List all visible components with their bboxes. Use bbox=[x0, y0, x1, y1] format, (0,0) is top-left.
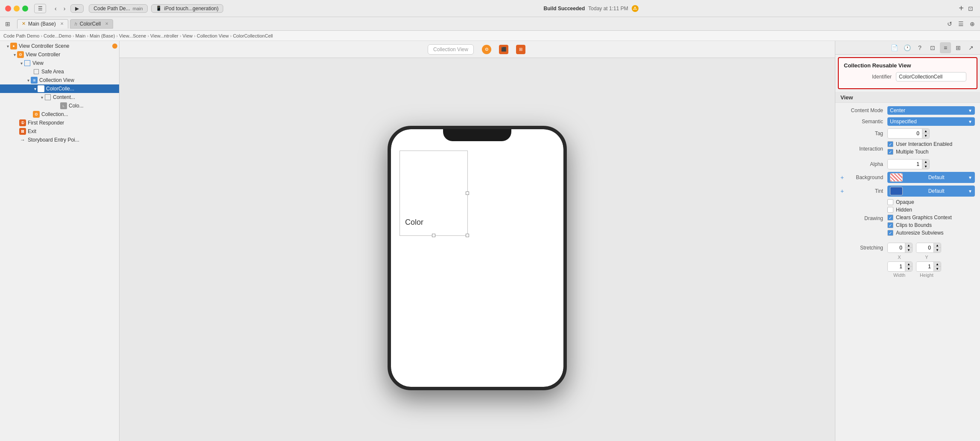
background-select[interactable]: Default ▼ bbox=[887, 172, 975, 183]
stretch-height-stepper[interactable]: ▲ ▼ bbox=[916, 261, 941, 272]
breadcrumb-item-9[interactable]: ColorCollectionCell bbox=[233, 33, 273, 38]
sidebar-item-color-celle[interactable]: ▾ ⊞ ColorColle... bbox=[0, 84, 119, 93]
stretch-x-decrement[interactable]: ▼ bbox=[905, 248, 912, 252]
breadcrumb-item-2[interactable]: Code...Demo bbox=[44, 33, 71, 38]
sidebar-item-collection-view[interactable]: ▾ ⊞ Collection View bbox=[0, 76, 119, 84]
minimize-button[interactable] bbox=[14, 6, 20, 12]
tag-label: Tag bbox=[840, 131, 887, 136]
tag-row: Tag ▲ ▼ bbox=[835, 128, 980, 139]
background-plus-icon[interactable]: + bbox=[840, 174, 844, 181]
clips-bounds-checkbox[interactable]: ✓ bbox=[887, 222, 893, 228]
breadcrumb-item-7[interactable]: View bbox=[183, 33, 193, 38]
stretch-y-stepper[interactable]: ▲ ▼ bbox=[916, 243, 941, 253]
stretch-x-stepper[interactable]: ▲ ▼ bbox=[887, 243, 913, 253]
stretch-width-input[interactable] bbox=[888, 262, 905, 271]
breadcrumb-item-3[interactable]: Main bbox=[76, 33, 86, 38]
inspector-tab-sliders[interactable]: ≡ bbox=[940, 42, 951, 53]
autoresize-checkbox[interactable]: ✓ bbox=[887, 230, 893, 236]
tag-input[interactable] bbox=[888, 129, 922, 138]
breadcrumb-item-6[interactable]: View...ntroller bbox=[150, 33, 178, 38]
cell-handle-bottom-right[interactable] bbox=[466, 234, 469, 237]
clears-graphics-checkbox[interactable]: ✓ bbox=[887, 215, 893, 220]
add-editor-button[interactable]: ⊕ bbox=[968, 20, 977, 28]
canvas-icon-orange-btn[interactable]: ⬛ bbox=[498, 44, 510, 55]
refresh-button[interactable]: ↺ bbox=[945, 20, 954, 28]
tab-color-cell[interactable]: h ColorCell ✕ bbox=[70, 19, 113, 29]
semantic-select[interactable]: Unspecified ▼ bbox=[887, 117, 975, 126]
inspector-tab-file[interactable]: 📄 bbox=[889, 42, 900, 53]
breadcrumb-item-8[interactable]: Collection View bbox=[197, 33, 229, 38]
sidebar-item-first-responder[interactable]: ① First Responder bbox=[0, 119, 119, 127]
stretch-height-input[interactable] bbox=[916, 262, 933, 271]
tab-main-base-close[interactable]: ✕ bbox=[60, 21, 64, 26]
identifier-input[interactable] bbox=[896, 72, 966, 81]
sidebar-item-collection2[interactable]: ⊙ Collection... bbox=[0, 110, 119, 119]
inspector-tab-panel[interactable]: ⊡ bbox=[927, 42, 938, 53]
cell-handle-center[interactable] bbox=[466, 191, 469, 195]
stretch-y-increment[interactable]: ▲ bbox=[934, 243, 941, 248]
add-button[interactable]: + bbox=[959, 3, 964, 13]
sidebar-item-safe-area[interactable]: Safe Area bbox=[0, 67, 119, 76]
alpha-decrement-button[interactable]: ▼ bbox=[922, 164, 929, 169]
sidebar-item-storyboard-entry[interactable]: → Storyboard Entry Poi... bbox=[0, 136, 119, 144]
list-button[interactable]: ☰ bbox=[957, 20, 965, 28]
tab-main-base[interactable]: ✕ Main (Base) ✕ bbox=[17, 19, 68, 29]
sidebar-item-exit[interactable]: ⊠ Exit bbox=[0, 127, 119, 136]
tag-stepper[interactable]: ▲ ▼ bbox=[887, 128, 930, 139]
maximize-button[interactable] bbox=[22, 6, 28, 12]
breadcrumb-item-4[interactable]: Main (Base) bbox=[90, 33, 115, 38]
tint-select[interactable]: Default ▼ bbox=[887, 186, 975, 197]
breadcrumb-item-5[interactable]: View...Scene bbox=[119, 33, 146, 38]
sidebar-item-vc[interactable]: ▾ ⊙ View Controller bbox=[0, 50, 119, 59]
scheme-selector[interactable]: Code Path De... main bbox=[89, 4, 147, 13]
collection-cell[interactable]: Color bbox=[400, 151, 468, 236]
traffic-lights bbox=[5, 6, 28, 12]
tint-plus-icon[interactable]: + bbox=[840, 188, 844, 194]
stretch-y-input[interactable] bbox=[916, 244, 933, 252]
tint-label: Tint bbox=[845, 188, 887, 194]
tag-decrement-button[interactable]: ▼ bbox=[922, 133, 929, 138]
close-button[interactable] bbox=[5, 6, 11, 12]
checkmark-icon-3: ✓ bbox=[889, 215, 892, 220]
sidebar-item-vc-scene[interactable]: ▾ ● View Controller Scene bbox=[0, 41, 119, 50]
sidebar-item-colo[interactable]: L Colo... bbox=[0, 102, 119, 110]
user-interaction-checkbox[interactable]: ✓ bbox=[887, 141, 893, 147]
stretch-x-increment[interactable]: ▲ bbox=[905, 243, 912, 248]
stretching-section: Stretching ▲ ▼ ▲ ▼ bbox=[835, 240, 980, 280]
alpha-input[interactable] bbox=[888, 160, 922, 168]
sidebar-item-content[interactable]: ▾ Content... bbox=[0, 93, 119, 102]
stretch-width-stepper[interactable]: ▲ ▼ bbox=[887, 261, 913, 272]
hidden-checkbox[interactable] bbox=[887, 207, 893, 213]
device-selector[interactable]: 📱 iPod touch...generation) bbox=[151, 4, 223, 13]
canvas-icon-grid-btn[interactable]: ⊞ bbox=[515, 44, 527, 55]
nav-forward-button[interactable]: › bbox=[62, 4, 67, 13]
multiple-touch-checkbox[interactable]: ✓ bbox=[887, 149, 893, 155]
interaction-checkboxes: ✓ User Interaction Enabled ✓ Multiple To… bbox=[887, 141, 952, 157]
stretch-height-decrement[interactable]: ▼ bbox=[934, 267, 941, 271]
stretch-height-increment[interactable]: ▲ bbox=[934, 262, 941, 267]
alpha-increment-button[interactable]: ▲ bbox=[922, 160, 929, 164]
inspector-tab-arrow[interactable]: ↗ bbox=[965, 42, 977, 53]
sidebar-toggle-button[interactable]: ☰ bbox=[34, 4, 46, 13]
sidebar-item-view[interactable]: ▾ View bbox=[0, 59, 119, 67]
layout-toggle-button[interactable]: ⊡ bbox=[966, 4, 975, 13]
inspector-tab-clock[interactable]: 🕐 bbox=[901, 42, 913, 53]
stretch-y-decrement[interactable]: ▼ bbox=[934, 248, 941, 252]
nav-back-button[interactable]: ‹ bbox=[53, 4, 58, 13]
stretch-width-decrement[interactable]: ▼ bbox=[905, 267, 912, 271]
tab-color-cell-close[interactable]: ✕ bbox=[105, 21, 108, 26]
breadcrumb-item-1[interactable]: Code Path Demo bbox=[3, 33, 39, 38]
opaque-checkbox[interactable] bbox=[887, 199, 893, 205]
content-mode-select[interactable]: Center ▼ bbox=[887, 106, 975, 115]
tag-increment-button[interactable]: ▲ bbox=[922, 129, 929, 133]
stretch-width-increment[interactable]: ▲ bbox=[905, 262, 912, 267]
grid-view-button[interactable]: ⊞ bbox=[3, 20, 12, 28]
alpha-stepper[interactable]: ▲ ▼ bbox=[887, 159, 930, 169]
stretch-x-stepper-buttons: ▲ ▼ bbox=[905, 243, 912, 252]
inspector-tab-layout[interactable]: ⊞ bbox=[953, 42, 964, 53]
inspector-tab-help[interactable]: ? bbox=[914, 42, 925, 53]
canvas-icon-circle-btn[interactable]: ⊙ bbox=[481, 44, 493, 55]
run-button[interactable]: ▶ bbox=[70, 4, 84, 13]
stretch-x-input[interactable] bbox=[888, 244, 905, 252]
cell-handle-bottom-left[interactable] bbox=[432, 234, 435, 237]
